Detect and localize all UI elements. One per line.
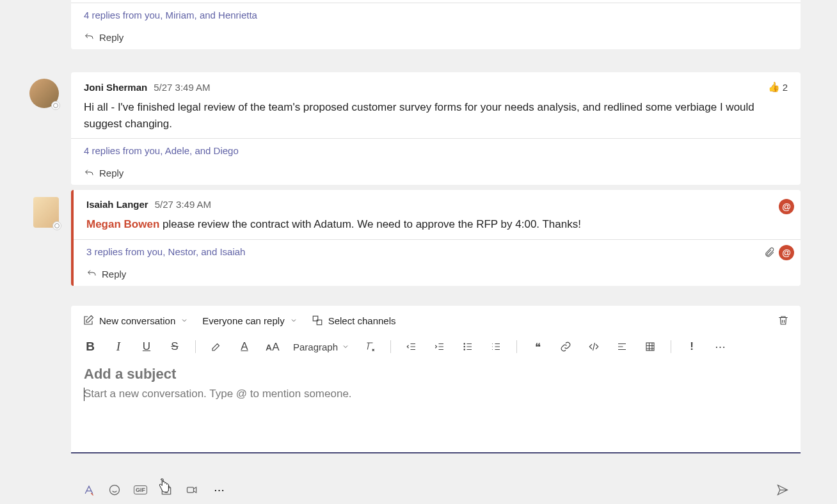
align-button[interactable] bbox=[614, 339, 630, 354]
subject-input[interactable] bbox=[71, 361, 801, 385]
mention-badge-icon[interactable]: @ bbox=[779, 245, 794, 260]
replies-link[interactable]: 3 replies from you, Nestor, and Isaiah @ bbox=[74, 239, 801, 264]
replies-link[interactable]: 4 replies from you, Adele, and Diego bbox=[71, 138, 801, 162]
outdent-button[interactable] bbox=[404, 339, 419, 354]
message-thread: comments in the notes column. I have a c… bbox=[71, 0, 801, 49]
message-body-input[interactable]: Start a new conversation. Type @ to ment… bbox=[71, 385, 801, 452]
edit-icon bbox=[83, 315, 94, 326]
message-thread: Joni Sherman 5/27 3:49 AM 👍 2 Hi all - I… bbox=[71, 72, 801, 185]
underline-button[interactable]: U bbox=[139, 339, 154, 354]
important-button[interactable]: ! bbox=[684, 339, 699, 354]
format-toolbar: B I U S A ᴀA Paragraph ❝ ! ⋯ bbox=[71, 335, 801, 361]
separator bbox=[671, 340, 671, 353]
emoji-icon[interactable] bbox=[108, 484, 121, 496]
separator bbox=[195, 340, 196, 353]
message-header: Isaiah Langer 5/27 3:49 AM @ bbox=[74, 190, 801, 210]
message-body: Megan Bowen please review the contract w… bbox=[74, 210, 801, 239]
clear-format-button[interactable] bbox=[362, 339, 378, 354]
svg-point-3 bbox=[464, 346, 465, 347]
reply-label: Reply bbox=[102, 269, 126, 280]
reply-button[interactable]: Reply bbox=[74, 264, 801, 286]
message-timestamp: 5/27 3:49 AM bbox=[155, 199, 211, 210]
composer: New conversation Everyone can reply Sele… bbox=[71, 306, 801, 453]
send-button[interactable] bbox=[776, 484, 789, 496]
reply-button[interactable]: Reply bbox=[71, 162, 801, 185]
bullet-list-button[interactable] bbox=[460, 339, 475, 354]
italic-button[interactable]: I bbox=[111, 339, 126, 354]
more-options-button[interactable]: ⋯ bbox=[712, 339, 728, 354]
thumbsup-icon: 👍 bbox=[768, 81, 780, 93]
svg-point-2 bbox=[464, 343, 465, 345]
message-timestamp: 5/27 3:49 AM bbox=[154, 82, 210, 93]
svg-point-6 bbox=[110, 485, 120, 495]
svg-point-4 bbox=[464, 349, 465, 350]
quote-button[interactable]: ❝ bbox=[530, 339, 545, 354]
composer-actions: GIF ⋯ bbox=[71, 478, 801, 501]
reaction-count: 2 bbox=[783, 82, 788, 93]
composer-options: New conversation Everyone can reply Sele… bbox=[71, 306, 801, 335]
separator bbox=[516, 340, 517, 353]
number-list-button[interactable] bbox=[488, 339, 504, 354]
link-button[interactable] bbox=[558, 339, 573, 354]
reply-button[interactable]: Reply bbox=[71, 27, 801, 49]
paragraph-dropdown[interactable]: Paragraph bbox=[293, 342, 349, 352]
message-body: Hi all - I've finished legal review of t… bbox=[71, 93, 801, 138]
svg-point-8 bbox=[168, 489, 169, 491]
reply-label: Reply bbox=[99, 32, 124, 43]
trash-icon bbox=[777, 315, 789, 326]
mention-user[interactable]: Megan Bowen bbox=[86, 218, 159, 230]
more-actions-button[interactable]: ⋯ bbox=[211, 482, 227, 498]
chevron-down-icon bbox=[290, 317, 298, 324]
sender-name[interactable]: Joni Sherman bbox=[84, 82, 147, 93]
attachment-icon[interactable] bbox=[763, 247, 775, 258]
reply-permissions-dropdown[interactable]: Everyone can reply bbox=[202, 315, 297, 326]
presence-icon bbox=[52, 221, 61, 230]
highlight-button[interactable] bbox=[209, 339, 224, 354]
gif-icon[interactable]: GIF bbox=[134, 485, 147, 494]
svg-rect-9 bbox=[187, 487, 194, 492]
reply-arrow-icon bbox=[86, 269, 97, 279]
meet-now-icon[interactable] bbox=[186, 484, 198, 496]
bold-button[interactable]: B bbox=[83, 339, 98, 354]
channels-icon bbox=[312, 315, 323, 326]
svg-point-7 bbox=[164, 489, 166, 491]
select-channels-button[interactable]: Select channels bbox=[312, 315, 396, 326]
font-size-button[interactable]: ᴀA bbox=[265, 339, 280, 354]
strikethrough-button[interactable]: S bbox=[167, 339, 182, 354]
reply-arrow-icon bbox=[84, 32, 94, 42]
indent-button[interactable] bbox=[432, 339, 447, 354]
discard-button[interactable] bbox=[777, 315, 789, 326]
new-conversation-dropdown[interactable]: New conversation bbox=[83, 315, 188, 326]
reply-arrow-icon bbox=[84, 168, 94, 178]
sender-name[interactable]: Isaiah Langer bbox=[86, 199, 148, 210]
sticker-icon[interactable] bbox=[160, 484, 173, 496]
presence-icon bbox=[51, 101, 60, 110]
table-button[interactable] bbox=[642, 339, 658, 354]
svg-rect-5 bbox=[646, 343, 654, 350]
separator bbox=[390, 340, 391, 353]
reaction-thumbsup[interactable]: 👍 2 bbox=[768, 81, 788, 93]
message-thread-mentioned: Isaiah Langer 5/27 3:49 AM @ Megan Bowen… bbox=[71, 190, 801, 286]
chevron-down-icon bbox=[180, 317, 188, 324]
replies-link[interactable]: 4 replies from you, Miriam, and Henriett… bbox=[71, 3, 801, 27]
mention-badge-icon[interactable]: @ bbox=[779, 199, 794, 214]
reply-label: Reply bbox=[99, 168, 124, 178]
message-header: Joni Sherman 5/27 3:49 AM 👍 2 bbox=[71, 72, 801, 93]
font-color-button[interactable]: A bbox=[237, 339, 252, 354]
code-button[interactable] bbox=[586, 339, 602, 354]
format-icon[interactable] bbox=[83, 484, 95, 496]
chevron-down-icon bbox=[342, 343, 349, 350]
